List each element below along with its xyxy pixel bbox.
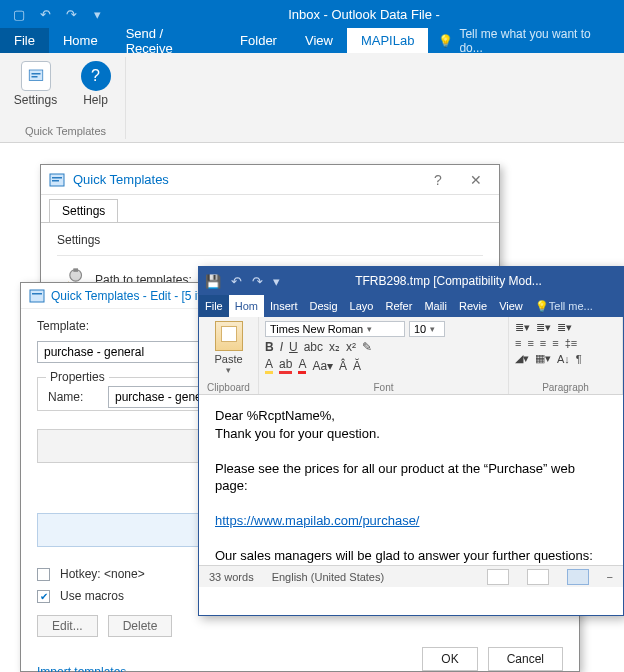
font-title: Font [259,382,508,393]
qt-close-button[interactable]: ✕ [461,172,491,188]
qat-redo-icon[interactable]: ↷ [58,1,84,27]
cancel-button[interactable]: Cancel [488,647,563,671]
clear-format-icon[interactable]: ✎ [362,340,372,354]
wtab-tellme[interactable]: 💡 Tell me... [529,295,599,317]
doc-line3: Our sales managers will be glad to answe… [215,547,607,565]
qat-save-icon[interactable]: ▢ [6,1,32,27]
outlook-ribbon-tabs: File Home Send / Receive Folder View MAP… [0,28,624,53]
qat-undo-icon[interactable]: ↶ [32,1,58,27]
import-templates-link[interactable]: Import templates... [37,665,136,672]
template-select[interactable] [37,341,207,363]
align-left-button[interactable]: ≡ [515,337,521,349]
word-undo-icon[interactable]: ↶ [231,274,242,289]
settings-label: Settings [14,93,57,107]
doc-line2: Please see the prices for all our produc… [215,460,607,495]
help-label: Help [83,93,108,107]
font-group: Times New Roman▾ 10▾ B I U abc x₂ x² ✎ A… [259,317,509,394]
font-color-button[interactable]: A [265,357,273,374]
wtab-tellme-label: Tell me... [549,300,593,312]
tab-mapilab[interactable]: MAPILab [347,28,428,53]
macros-checkbox[interactable]: ✔ [37,590,50,603]
wtab-view[interactable]: View [493,295,529,317]
document-body[interactable]: Dear %RcptName%, Thank you for your ques… [199,395,623,565]
qt-help-button[interactable]: ? [423,172,453,188]
grow-font-button[interactable]: Â [339,359,347,373]
zoom-out-button[interactable]: − [607,571,613,583]
font-size-select[interactable]: 10▾ [409,321,445,337]
sort-button[interactable]: A↓ [557,353,570,365]
tell-me-search[interactable]: 💡 Tell me what you want to do... [428,28,624,53]
hotkey-label: Hotkey: <none> [60,567,145,581]
change-case-button[interactable]: Aa▾ [312,359,333,373]
borders-button[interactable]: ▦▾ [535,352,551,365]
qt-title: Quick Templates [73,172,169,187]
numbering-button[interactable]: ≣▾ [536,321,551,334]
doc-greeting: Dear %RcptName%, [215,407,607,425]
qt-section-label: Settings [57,233,483,247]
underline-button[interactable]: U [289,340,298,354]
word-titlebar: 💾 ↶ ↷ ▾ TFRB298.tmp [Compatibility Mod..… [199,267,623,295]
word-count[interactable]: 33 words [209,571,254,583]
outlook-ribbon: Settings ? Help Quick Templates [0,53,624,143]
paragraph-title: Paragraph [509,382,622,393]
settings-icon [21,61,51,91]
italic-button[interactable]: I [280,340,283,354]
name-label: Name: [48,390,98,404]
shrink-font-button[interactable]: Ă [353,359,361,373]
doc-link-purchase[interactable]: https://www.mapilab.com/purchase/ [215,513,419,528]
help-icon: ? [81,61,111,91]
qat-customize-icon[interactable]: ▾ [84,1,110,27]
align-center-button[interactable]: ≡ [527,337,533,349]
word-save-icon[interactable]: 💾 [205,274,221,289]
svg-rect-1 [31,73,40,75]
multilevel-button[interactable]: ≣▾ [557,321,572,334]
bullets-button[interactable]: ≣▾ [515,321,530,334]
show-marks-button[interactable]: ¶ [576,353,582,365]
wtab-review[interactable]: Revie [453,295,493,317]
svg-rect-4 [52,177,62,179]
paste-icon[interactable] [215,321,243,351]
wtab-file[interactable]: File [199,295,229,317]
tab-home[interactable]: Home [49,28,112,53]
line-spacing-button[interactable]: ‡≡ [565,337,578,349]
edit-title: Quick Templates - Edit - [5 it [51,289,201,303]
subscript-button[interactable]: x₂ [329,340,340,354]
tab-send-receive[interactable]: Send / Receive [112,28,226,53]
delete-button[interactable]: Delete [108,615,173,637]
tab-file[interactable]: File [0,28,49,53]
wtab-home[interactable]: Hom [229,295,264,317]
strike-button[interactable]: abc [304,340,323,354]
tab-folder[interactable]: Folder [226,28,291,53]
superscript-button[interactable]: x² [346,340,356,354]
word-editor-window: 💾 ↶ ↷ ▾ TFRB298.tmp [Compatibility Mod..… [198,266,624,616]
ok-button[interactable]: OK [422,647,477,671]
justify-button[interactable]: ≡ [552,337,558,349]
word-redo-icon[interactable]: ↷ [252,274,263,289]
wtab-references[interactable]: Refer [379,295,418,317]
wtab-mailings[interactable]: Maili [418,295,453,317]
wtab-insert[interactable]: Insert [264,295,304,317]
word-qat-customize-icon[interactable]: ▾ [273,274,280,289]
qt-tab-settings[interactable]: Settings [49,199,118,222]
wtab-layout[interactable]: Layo [344,295,380,317]
read-mode-button[interactable] [487,569,509,585]
hotkey-checkbox[interactable] [37,568,50,581]
font-color2-button[interactable]: A [298,357,306,374]
font-family-select[interactable]: Times New Roman▾ [265,321,405,337]
shading-button[interactable]: ◢▾ [515,352,529,365]
align-right-button[interactable]: ≡ [540,337,546,349]
tab-view[interactable]: View [291,28,347,53]
qt-titlebar: Quick Templates ? ✕ [41,165,499,195]
word-ribbon: Paste ▾ Clipboard Times New Roman▾ 10▾ B… [199,317,623,395]
print-layout-button[interactable] [527,569,549,585]
paste-label[interactable]: Paste [205,353,252,365]
edit-hotkey-button[interactable]: Edit... [37,615,98,637]
qt-tab-strip: Settings [41,195,499,223]
settings-button[interactable]: Settings [13,61,59,107]
highlight-button[interactable]: ab [279,357,292,374]
wtab-design[interactable]: Desig [303,295,343,317]
web-layout-button[interactable] [567,569,589,585]
help-button[interactable]: ? Help [73,61,119,107]
language-status[interactable]: English (United States) [272,571,385,583]
bold-button[interactable]: B [265,340,274,354]
